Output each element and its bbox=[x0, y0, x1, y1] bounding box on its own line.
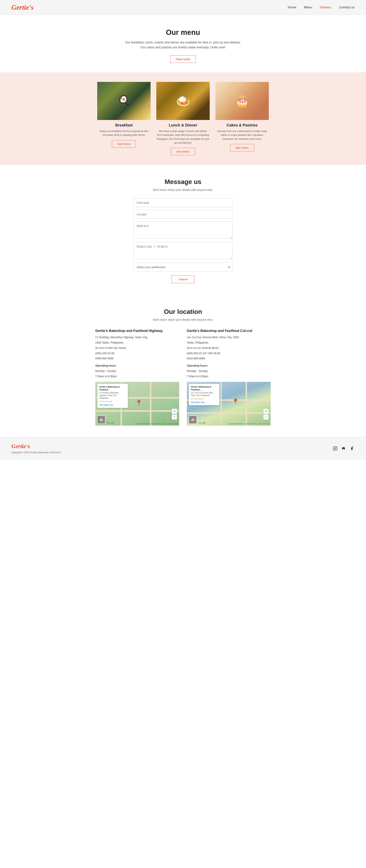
lunch-see-menu-button[interactable]: See menu bbox=[171, 148, 195, 155]
nav-links: Home Menu Delivery Contact us bbox=[288, 5, 355, 9]
map1-rating: 4.7 ★★★★★ bbox=[99, 400, 126, 403]
hero-section: Our menu Our breakfast, lunch, snacks an… bbox=[0, 15, 366, 72]
footer-left: Gertie's Copyright © 2020 Gerties Bakesh… bbox=[11, 443, 61, 454]
map1-address: LC Building, MacArthur Highway, Tarlac C… bbox=[99, 392, 126, 400]
breakfast-see-menu-button[interactable]: See menu bbox=[112, 140, 136, 148]
map1: 📍 Gertie's Bakeshop & Fastfood LC Buildi… bbox=[95, 382, 179, 426]
instagram-icon[interactable] bbox=[333, 446, 338, 451]
location2-address1: 1st, Cut-Cut, Romulo Blvd, Tarlac City, … bbox=[187, 335, 271, 340]
map1-name: Gertie's Bakeshop & Fastfood bbox=[99, 385, 126, 391]
contact-input[interactable] bbox=[134, 210, 232, 219]
map1-zoom-in[interactable]: + bbox=[172, 409, 177, 414]
map1-inner: 📍 Gertie's Bakeshop & Fastfood LC Buildi… bbox=[95, 382, 179, 426]
cakes-see-menu-button[interactable]: See menu bbox=[230, 144, 254, 151]
location1-address3: (In front of SM City Tarlac) bbox=[95, 346, 179, 350]
breakfast-description: Enjoy our breakfast set from pandesal wi… bbox=[97, 129, 150, 137]
map2-inner: 📍 Gertie's Bakeshop & Fastfood ... 1st, … bbox=[187, 382, 271, 426]
nav-home[interactable]: Home bbox=[288, 5, 296, 9]
footer-social bbox=[333, 446, 355, 451]
nav-menu[interactable]: Menu bbox=[304, 5, 312, 9]
address-input[interactable] bbox=[134, 221, 232, 239]
location2-name: Gertie's Bakeshop and Fastfood Cut-cut bbox=[187, 329, 271, 333]
cakes-image bbox=[216, 82, 269, 120]
map1-thumb: 🏠 bbox=[97, 415, 106, 424]
submit-wrapper: Submit bbox=[134, 275, 232, 283]
location-title: Our location bbox=[11, 308, 355, 315]
lunch-description: We have a wide range of lunch and dinner… bbox=[156, 129, 210, 145]
location2-hours-label: Operating hours bbox=[187, 364, 271, 368]
hero-title: Our menu bbox=[4, 28, 362, 37]
map2-address: 1st, Cut-Cut, Romulo Blvd, Tarlac City, … bbox=[191, 392, 218, 397]
message-subtitle: We'll never share your details with anyo… bbox=[4, 188, 362, 191]
google-logo: Google bbox=[107, 422, 114, 424]
nav-contact[interactable]: Contact us bbox=[339, 5, 355, 9]
location1-name: Gertie's Bakeshop and Fastfood Highway bbox=[95, 329, 179, 333]
map2-view-larger[interactable]: View larger map bbox=[191, 401, 218, 404]
preference-wrapper: Select your preference Dine in Pick up D… bbox=[134, 262, 232, 272]
map2-rating: 5.0 ★★★★★ bbox=[191, 397, 218, 400]
enquiries-input[interactable] bbox=[134, 242, 232, 259]
submit-button[interactable]: Submit bbox=[172, 275, 195, 283]
footer: Gertie's Copyright © 2020 Gerties Bakesh… bbox=[0, 437, 366, 460]
svg-rect-0 bbox=[333, 446, 337, 451]
location2-phone2: 0933-868-4998 bbox=[187, 356, 271, 361]
tripadvisor-icon[interactable] bbox=[341, 446, 346, 451]
location2-address3: (Cut-cut 1st, Romulo Blvd.) bbox=[187, 346, 271, 350]
menu-categories-section: Breakfast Enjoy our breakfast set from p… bbox=[0, 72, 366, 165]
location2-address2: Tarlac, Philippines bbox=[187, 341, 271, 345]
contact-form: Select your preference Dine in Pick up D… bbox=[134, 198, 232, 283]
footer-copyright: Copyright © 2020 Gerties Bakeshop & Fast… bbox=[11, 451, 61, 454]
map-road bbox=[150, 382, 151, 426]
fullname-input[interactable] bbox=[134, 198, 232, 207]
map-pin: 📍 bbox=[232, 398, 239, 404]
location-card-cutcut: Gertie's Bakeshop and Fastfood Cut-cut 1… bbox=[187, 329, 271, 426]
breakfast-image bbox=[97, 82, 150, 120]
map-road bbox=[95, 410, 179, 412]
message-title: Message us bbox=[4, 178, 362, 185]
menu-card-lunch: Lunch & Dinner We have a wide range of l… bbox=[156, 82, 210, 155]
map2-zoom-out[interactable]: − bbox=[263, 414, 269, 420]
map2-thumb: 🏠 bbox=[189, 415, 197, 424]
map-pin: 📍 bbox=[136, 400, 142, 406]
location-section: Our location We'll never share your deta… bbox=[0, 294, 366, 437]
preference-select[interactable]: Select your preference Dine in Pick up D… bbox=[134, 262, 232, 272]
locations-grid: Gertie's Bakeshop and Fastfood Highway L… bbox=[11, 329, 355, 426]
google-logo2: Google bbox=[198, 422, 206, 424]
menu-card-breakfast: Breakfast Enjoy our breakfast set from p… bbox=[97, 82, 150, 155]
map1-info-box: Gertie's Bakeshop & Fastfood LC Building… bbox=[97, 384, 128, 408]
location2-hours-days: Monday - Sunday bbox=[187, 369, 271, 373]
cakes-description: Choose from our customised to ready made… bbox=[216, 129, 269, 141]
map2: 📍 Gertie's Bakeshop & Fastfood ... 1st, … bbox=[187, 382, 271, 426]
location2-phone1: (045) 982-01-29 / 493-39-93 bbox=[187, 351, 271, 356]
lunch-image bbox=[156, 82, 210, 120]
map-road bbox=[187, 412, 271, 414]
footer-logo: Gertie's bbox=[11, 443, 61, 450]
location-card-highway: Gertie's Bakeshop and Fastfood Highway L… bbox=[95, 329, 179, 426]
location1-address2: 2300 Tarlac, Philippines bbox=[95, 341, 179, 345]
cakes-title: Cakes & Pastries bbox=[216, 123, 269, 127]
map-road bbox=[220, 382, 222, 426]
location1-hours-days: Monday - Sunday bbox=[95, 369, 179, 373]
map2-name: Gertie's Bakeshop & Fastfood ... bbox=[191, 385, 218, 391]
map2-controls: + − bbox=[263, 409, 269, 420]
map1-footer: Keyboard shortcuts Map data ©2021 Terms … bbox=[137, 423, 177, 425]
map2-info-box: Gertie's Bakeshop & Fastfood ... 1st, Cu… bbox=[189, 384, 219, 405]
location1-phone1: (045) 493-32-05 bbox=[95, 351, 179, 356]
breakfast-title: Breakfast bbox=[97, 123, 150, 127]
menu-card-cakes: Cakes & Pastries Choose from our customi… bbox=[216, 82, 269, 155]
map1-view-larger[interactable]: View larger map bbox=[99, 404, 126, 406]
nav-delivery[interactable]: Delivery bbox=[320, 5, 331, 9]
place-order-button[interactable]: Place order bbox=[170, 55, 196, 63]
map2-zoom-in[interactable]: + bbox=[263, 409, 269, 414]
logo[interactable]: Gertie's bbox=[11, 3, 33, 11]
location2-hours-time: 7:30am to 6:30pm bbox=[187, 374, 271, 379]
map1-zoom-out[interactable]: − bbox=[172, 414, 177, 420]
hero-description: Our breakfast, lunch, snacks and dinner … bbox=[4, 40, 362, 50]
location1-phone2: 0999-682-0099 bbox=[95, 356, 179, 361]
navbar: Gertie's Home Menu Delivery Contact us bbox=[0, 0, 366, 15]
map2-footer: Keyboard shortcuts Map data ©2021 Terms … bbox=[229, 423, 269, 425]
lunch-title: Lunch & Dinner bbox=[156, 123, 210, 127]
location1-hours-label: Operating hours bbox=[95, 364, 179, 368]
location1-address1: LC Building, MacArthur Highway, Tarlac C… bbox=[95, 335, 179, 340]
facebook-icon[interactable] bbox=[349, 446, 355, 451]
